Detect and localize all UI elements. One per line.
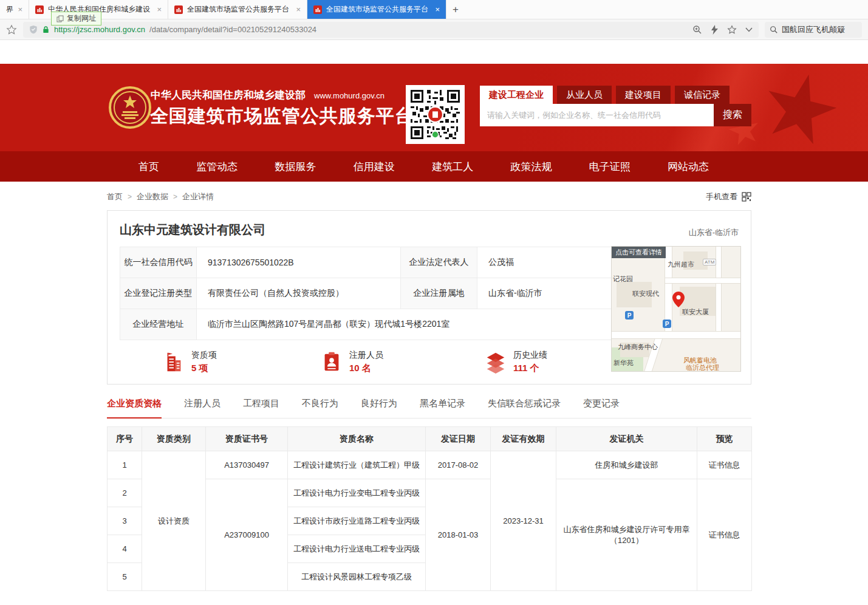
map-label: 九峰商务中心 <box>618 343 658 352</box>
tab-label: 界 <box>6 4 13 15</box>
breadcrumb-company-data[interactable]: 企业数据 <box>137 191 168 202</box>
cell-authority: 山东省住房和城乡建设厅许可专用章（1201） <box>556 479 697 591</box>
breadcrumb-home[interactable]: 首页 <box>107 191 123 202</box>
cell-no: 5 <box>108 563 142 591</box>
bookmark-star-icon[interactable] <box>6 24 17 35</box>
search-icon <box>770 26 778 34</box>
browser-tab-0[interactable]: 界 × <box>0 0 29 19</box>
map-label: 联安大厦 <box>682 307 709 316</box>
company-location-map[interactable]: 点击可查看详情 九州超市 记花园 联安现代 联安大厦 九峰商务中心 新华苑 风帆… <box>611 246 741 372</box>
nav-item-policy[interactable]: 政策法规 <box>510 160 552 174</box>
cell-name: 工程设计风景园林工程专项乙级 <box>288 563 426 591</box>
nav-item-supervision[interactable]: 监管动态 <box>196 160 238 174</box>
tab-change-records[interactable]: 变更记录 <box>583 398 620 418</box>
reg-type-label: 企业登记注册类型 <box>120 278 197 309</box>
certificate-building-icon <box>162 350 185 374</box>
table-header-row: 序号 资质类别 资质证书号 资质名称 发证日期 发证有效期 发证机关 预览 <box>108 427 752 451</box>
nav-item-credit[interactable]: 信用建设 <box>354 160 395 174</box>
col-header-preview: 预览 <box>697 427 752 451</box>
site-title: 全国建筑市场监管公共服务平台 <box>150 104 414 129</box>
map-road <box>612 332 741 338</box>
close-icon[interactable]: × <box>157 5 162 14</box>
keyword-search-input[interactable] <box>480 104 714 126</box>
breadcrumb-row: 首页 > 企业数据 > 企业详情 手机查看 <box>107 191 751 202</box>
header-qr-code <box>406 85 465 144</box>
col-header-category: 资质类别 <box>142 427 206 451</box>
breadcrumb-separator: > <box>128 193 132 201</box>
tab-projects[interactable]: 工程项目 <box>243 398 279 418</box>
browser-search-box[interactable]: 国航回应飞机颠簸 <box>765 22 862 38</box>
close-icon[interactable]: × <box>435 5 440 14</box>
shield-icon[interactable] <box>29 25 38 34</box>
zoom-icon[interactable] <box>692 25 702 35</box>
category-tab-enterprise[interactable]: 建设工程企业 <box>480 86 553 104</box>
page-content: 首页 > 企业数据 > 企业详情 手机查看 山东中元建筑设计有限公司 山东省-临… <box>107 191 751 591</box>
person-badge-icon <box>320 350 343 374</box>
ministry-name: 中华人民共和国住房和城乡建设部www.mohurd.gov.cn <box>151 88 384 102</box>
nav-item-e-license[interactable]: 电子证照 <box>589 160 630 174</box>
header-search-row: 搜索 <box>480 104 751 126</box>
hot-search-text: 国航回应飞机颠簸 <box>782 24 845 35</box>
tab-blacklist[interactable]: 黑名单记录 <box>420 398 465 418</box>
stat-value: 10 名 <box>349 363 383 374</box>
credit-code-label: 统一社会信用代码 <box>120 247 197 278</box>
mobile-view-link[interactable]: 手机查看 <box>706 191 751 202</box>
cell-valid-until: 2023-12-31 <box>491 451 556 591</box>
tab-registered-personnel[interactable]: 注册人员 <box>184 398 220 418</box>
chevron-down-icon[interactable] <box>745 27 753 32</box>
address-value: 临沂市兰山区陶然路107号星河晶都（联安）现代城1号楼2201室 <box>197 309 612 340</box>
address-input[interactable]: https://jzsc.mohurd.gov.cn/data/company/… <box>23 22 759 38</box>
header-search-panel: 建设工程企业 从业人员 建设项目 诚信记录 搜索 <box>480 86 751 126</box>
lightning-icon[interactable] <box>711 25 719 35</box>
category-tab-credit[interactable]: 诚信记录 <box>675 86 730 104</box>
qr-code-icon <box>411 90 460 139</box>
map-label: 新华苑 <box>613 358 634 367</box>
tooltip-text: 复制网址 <box>67 13 96 24</box>
lock-icon <box>42 26 50 34</box>
parking-icon: P <box>625 311 634 320</box>
tab-good-behavior[interactable]: 良好行为 <box>361 398 397 418</box>
browser-window: 界 × 中华人民共和国住房和城乡建设 × 全国建筑市场监管公共服务平台 × 全国… <box>0 0 868 605</box>
close-icon[interactable]: × <box>296 5 301 14</box>
cell-name: 工程设计建筑行业（建筑工程）甲级 <box>288 451 426 479</box>
search-button[interactable]: 搜索 <box>714 104 751 126</box>
cell-name: 工程设计电力行业送电工程专业丙级 <box>288 535 426 563</box>
cell-no: 1 <box>108 451 142 479</box>
map-label: 联安现代 <box>632 289 659 298</box>
breadcrumb-separator: > <box>173 193 177 201</box>
close-icon[interactable]: × <box>18 5 22 14</box>
cell-cert-no: A137030497 <box>206 451 288 479</box>
breadcrumb-company-detail: 企业详情 <box>182 191 214 202</box>
nav-item-site-news[interactable]: 网站动态 <box>668 160 709 174</box>
browser-tab-active[interactable]: 全国建筑市场监管公共服务平台 × <box>307 0 446 19</box>
tab-bad-behavior[interactable]: 不良行为 <box>302 398 338 418</box>
col-header-no: 序号 <box>108 427 142 451</box>
nav-item-home[interactable]: 首页 <box>138 160 159 174</box>
section-tabs: 企业资质资格 注册人员 工程项目 不良行为 良好行为 黑名单记录 失信联合惩戒记… <box>107 398 751 419</box>
tab-strip: 界 × 中华人民共和国住房和城乡建设 × 全国建筑市场监管公共服务平台 × 全国… <box>0 0 868 19</box>
tab-dishonesty-records[interactable]: 失信联合惩戒记录 <box>488 398 561 418</box>
nav-item-workers[interactable]: 建筑工人 <box>432 160 473 174</box>
col-header-authority: 发证机关 <box>556 427 697 451</box>
cert-info-link[interactable]: 证书信息 <box>697 451 752 479</box>
breadcrumb: 首页 > 企业数据 > 企业详情 <box>107 191 214 202</box>
map-road <box>665 278 741 283</box>
address-label: 企业经营地址 <box>120 309 197 340</box>
browser-tab-2[interactable]: 全国建筑市场监管公共服务平台 × <box>168 0 307 19</box>
company-name: 山东中元建筑设计有限公司 <box>120 222 265 238</box>
company-info-table: 统一社会信用代码 91371302675501022B 企业法定代表人 公茂福 … <box>120 247 612 340</box>
cell-issue-date: 2018-01-03 <box>426 479 491 591</box>
site-favicon-icon <box>35 5 44 14</box>
category-tab-personnel[interactable]: 从业人员 <box>557 86 612 104</box>
favorite-star-icon[interactable] <box>727 25 737 35</box>
nav-item-data-service[interactable]: 数据服务 <box>275 160 316 174</box>
stat-value: 5 项 <box>191 363 217 374</box>
cert-info-link[interactable]: 证书信息 <box>697 479 752 591</box>
tab-label: 全国建筑市场监管公共服务平台 <box>326 4 431 15</box>
cell-name: 工程设计电力行业变电工程专业丙级 <box>288 479 426 507</box>
new-tab-button[interactable]: + <box>446 0 465 19</box>
stat-history-performance: 历史业绩 111 个 <box>484 350 547 374</box>
parking-icon: P <box>663 320 671 328</box>
tab-qualifications[interactable]: 企业资质资格 <box>107 398 162 419</box>
category-tab-project[interactable]: 建设项目 <box>616 86 671 104</box>
